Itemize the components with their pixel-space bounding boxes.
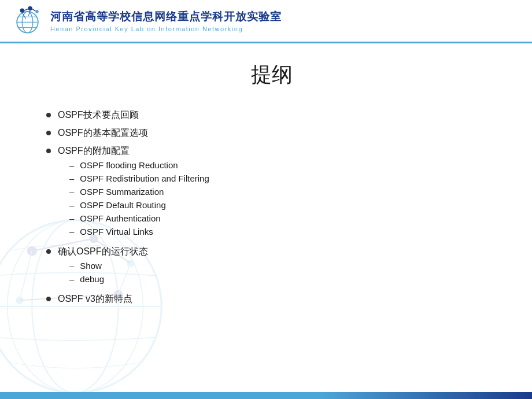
- list-item-label: OSPF的基本配置选项: [58, 127, 148, 139]
- sub-list-item: – debug: [58, 274, 148, 284]
- list-item: 确认OSPF的运行状态 – Show – debug: [46, 246, 497, 287]
- header-text: 河南省高等学校信息网络重点学科开放实验室 Henan Provincial Ke…: [50, 9, 282, 32]
- list-item-label: 确认OSPF的运行状态: [58, 246, 148, 258]
- sub-list: – Show – debug: [58, 261, 148, 287]
- dash-icon: –: [69, 173, 74, 183]
- sub-list-item: – OSPF Virtual Links: [58, 227, 209, 237]
- dash-icon: –: [69, 213, 74, 223]
- sub-item-label: Show: [80, 261, 102, 271]
- sub-list-item: – OSPF flooding Reduction: [58, 160, 209, 170]
- dash-icon: –: [69, 200, 74, 210]
- sub-item-label: OSPF Summarization: [80, 187, 164, 197]
- bullet-icon: [46, 113, 51, 117]
- sub-list-item: – OSPF Default Routing: [58, 200, 209, 210]
- sub-item-label: debug: [80, 274, 104, 284]
- svg-line-9: [32, 9, 36, 11]
- logo-area: 河南省高等学校信息网络重点学科开放实验室 Henan Provincial Ke…: [12, 5, 282, 37]
- list-item: OSPF技术要点回顾: [46, 109, 497, 121]
- sub-item-label: OSPF Redistribution and Filtering: [80, 173, 209, 183]
- list-item: OSPF v3的新特点: [46, 293, 497, 305]
- list-item-label: OSPF的附加配置: [58, 145, 209, 157]
- content-list: OSPF技术要点回顾 OSPF的基本配置选项 OSPF的附加配置 – OSPF …: [46, 109, 497, 305]
- main-content: 提纲 OSPF技术要点回顾 OSPF的基本配置选项 OSPF的附加配置 – OS…: [0, 43, 532, 323]
- list-item: OSPF的附加配置 – OSPF flooding Reduction – OS…: [46, 145, 497, 240]
- sub-list: – OSPF flooding Reduction – OSPF Redistr…: [58, 160, 209, 240]
- sub-item-label: OSPF flooding Reduction: [80, 160, 178, 170]
- sub-item-label: OSPF Authentication: [80, 213, 160, 223]
- svg-point-5: [20, 8, 24, 12]
- header: 河南省高等学校信息网络重点学科开放实验室 Henan Provincial Ke…: [0, 0, 532, 43]
- sub-item-label: OSPF Virtual Links: [80, 227, 153, 237]
- bullet-icon: [46, 131, 51, 135]
- header-title-en: Henan Provincial Key Lab on Information …: [50, 25, 282, 32]
- sub-list-item: – OSPF Redistribution and Filtering: [58, 173, 209, 183]
- svg-point-7: [35, 10, 39, 13]
- dash-icon: –: [69, 160, 74, 170]
- list-item-label: OSPF技术要点回顾: [58, 109, 139, 121]
- list-item-wrapper: OSPF的附加配置 – OSPF flooding Reduction – OS…: [58, 145, 209, 240]
- header-title-cn: 河南省高等学校信息网络重点学科开放实验室: [50, 9, 282, 24]
- sub-list-item: – OSPF Authentication: [58, 213, 209, 223]
- logo-icon: [12, 5, 43, 37]
- bullet-icon: [46, 149, 51, 153]
- dash-icon: –: [69, 274, 74, 284]
- svg-point-6: [28, 6, 32, 10]
- dash-icon: –: [69, 187, 74, 197]
- dash-icon: –: [69, 227, 74, 237]
- sub-list-item: – OSPF Summarization: [58, 187, 209, 197]
- bullet-icon: [46, 249, 51, 254]
- sub-list-item: – Show: [58, 261, 148, 271]
- sub-item-label: OSPF Default Routing: [80, 200, 165, 210]
- list-item-label: OSPF v3的新特点: [58, 293, 132, 305]
- bullet-icon: [46, 297, 51, 301]
- svg-line-8: [24, 9, 28, 10]
- list-item-wrapper: 确认OSPF的运行状态 – Show – debug: [58, 246, 148, 287]
- dash-icon: –: [69, 261, 74, 271]
- list-item: OSPF的基本配置选项: [46, 127, 497, 139]
- slide-title: 提纲: [46, 61, 497, 89]
- footer-bar: [0, 392, 532, 399]
